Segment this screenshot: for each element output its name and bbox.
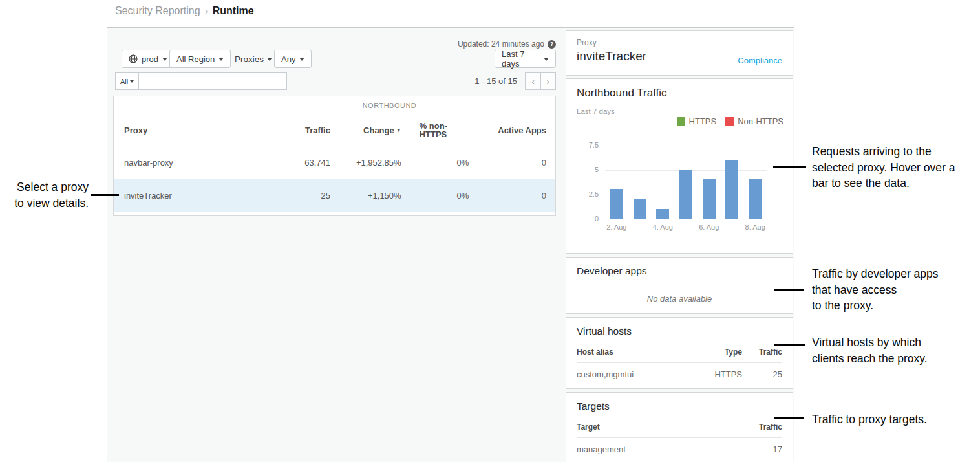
- legend-item-https: HTTPS: [677, 116, 717, 126]
- search-scope-label: All: [120, 78, 128, 85]
- x-tick-label: 8. Aug: [743, 223, 767, 231]
- cell-active-apps: 0: [478, 158, 555, 168]
- bar-4-aug[interactable]: [656, 209, 669, 219]
- cell-proxy-name: inviteTracker: [114, 191, 284, 201]
- bar-2-aug[interactable]: [610, 189, 623, 219]
- column-header-type: Type: [690, 347, 742, 357]
- compliance-link[interactable]: Compliance: [738, 56, 782, 65]
- legend-item-non-https: Non-HTTPS: [725, 116, 783, 126]
- legend-label-https: HTTPS: [689, 116, 717, 126]
- pagination-prev-button[interactable]: ‹: [525, 72, 540, 90]
- x-tick-label: 4. Aug: [651, 223, 674, 231]
- column-header-non-https-label: % non-HTTPS: [420, 122, 454, 138]
- column-header-traffic[interactable]: Traffic: [284, 126, 339, 135]
- environment-label: prod: [142, 54, 158, 64]
- northbound-traffic-card: Northbound Traffic Last 7 days HTTPS Non…: [566, 78, 793, 254]
- virtual-hosts-table: Host alias Type Traffic custom,mgmtui HT…: [577, 347, 782, 379]
- developer-apps-empty-message: No data available: [566, 294, 793, 303]
- annotation-targets: Traffic to proxy targets.: [812, 412, 927, 428]
- cell-target: management: [577, 445, 742, 454]
- bar-7-aug[interactable]: [725, 160, 738, 219]
- virtual-host-row[interactable]: custom,mgmtui HTTPS 25: [577, 363, 782, 379]
- legend-swatch-non-https: [725, 117, 734, 126]
- bar-3-aug[interactable]: [634, 199, 646, 219]
- cell-traffic: 63,741: [284, 158, 339, 168]
- targets-card: Targets Target Traffic management 17: [566, 392, 793, 462]
- updated-text: Updated: 24 minutes ago: [458, 39, 544, 49]
- cell-traffic: 25: [284, 191, 339, 201]
- breadcrumb-section[interactable]: Security Reporting: [115, 5, 200, 16]
- bar-8-aug[interactable]: [749, 179, 762, 219]
- breadcrumb: Security Reporting›Runtime: [115, 5, 254, 17]
- annotation-chart: Requests arriving to the selected proxy.…: [812, 144, 955, 192]
- date-range-dropdown[interactable]: Last 7 days: [495, 50, 556, 68]
- y-tick-label: 0: [573, 215, 599, 223]
- callout-line-select-proxy: [91, 194, 119, 196]
- chevron-down-icon: [162, 58, 167, 61]
- table-row-invitetracker-selected[interactable]: inviteTracker 25 +1,150% 0% 0: [114, 179, 555, 212]
- updated-status: Updated: 24 minutes ago ?: [401, 39, 556, 49]
- breadcrumb-separator-icon: ›: [205, 5, 208, 16]
- any-filter-dropdown[interactable]: Any: [274, 50, 312, 68]
- x-tick-label: [674, 223, 698, 231]
- cell-change: +1,150%: [339, 191, 410, 201]
- date-range-label: Last 7 days: [502, 49, 540, 69]
- cell-change: +1,952.85%: [339, 158, 410, 168]
- column-header-host-alias: Host alias: [577, 347, 690, 357]
- help-icon[interactable]: ?: [548, 40, 556, 49]
- proxy-detail-label: Proxy: [577, 38, 782, 47]
- chart-plot: [605, 146, 767, 219]
- column-header-traffic: Traffic: [742, 347, 782, 357]
- table-group-header-row: NORTHBOUND: [114, 96, 555, 115]
- legend-label-non-https: Non-HTTPS: [738, 116, 783, 126]
- virtual-hosts-header-row: Host alias Type Traffic: [577, 347, 782, 363]
- column-header-traffic: Traffic: [742, 423, 782, 432]
- x-tick-label: 6. Aug: [698, 223, 721, 231]
- column-header-target: Target: [577, 423, 742, 432]
- chart-x-labels: 2. Aug4. Aug6. Aug8. Aug: [605, 223, 767, 231]
- proxies-dropdown[interactable]: Proxies: [235, 50, 272, 68]
- table-header-row: Proxy Traffic Change▼ % non-HTTPS Active…: [114, 115, 555, 146]
- proxy-detail-header-card: Proxy inviteTracker Compliance: [566, 30, 793, 76]
- bar-5-aug[interactable]: [679, 170, 692, 219]
- cell-host-alias: custom,mgmtui: [577, 369, 690, 379]
- developer-apps-card: Developer apps No data available: [566, 257, 793, 314]
- targets-title: Targets: [577, 401, 610, 412]
- proxies-label: Proxies: [235, 54, 264, 64]
- annotation-select-proxy: Select a proxy to view details.: [0, 179, 89, 211]
- callout-line-developer-apps: [774, 289, 804, 291]
- column-header-proxy[interactable]: Proxy: [114, 126, 284, 135]
- targets-header-row: Target Traffic: [577, 423, 782, 438]
- x-tick-label: 2. Aug: [605, 223, 628, 231]
- pagination-range: 1 - 15 of 15: [414, 76, 517, 86]
- chevron-down-icon: [218, 58, 224, 61]
- target-row[interactable]: management 17: [577, 438, 782, 454]
- chevron-down-icon: [299, 58, 304, 61]
- developer-apps-title: Developer apps: [577, 265, 647, 277]
- column-header-non-https[interactable]: % non-HTTPS: [410, 122, 478, 139]
- chart-title: Northbound Traffic: [577, 87, 667, 100]
- search-scope-dropdown[interactable]: All: [115, 72, 139, 90]
- chart-subtitle: Last 7 days: [577, 107, 615, 115]
- region-label: All Region: [176, 54, 215, 64]
- region-dropdown[interactable]: All Region: [169, 50, 231, 68]
- bar-6-aug[interactable]: [703, 179, 716, 219]
- chevron-down-icon: [130, 80, 134, 83]
- sort-desc-icon: ▼: [396, 127, 401, 133]
- table-row-navbar-proxy[interactable]: navbar-proxy 63,741 +1,952.85% 0% 0: [114, 146, 555, 179]
- any-label: Any: [281, 54, 295, 64]
- annotation-virtual-hosts: Virtual hosts by which clients reach the…: [812, 335, 928, 366]
- chevron-down-icon: [267, 58, 272, 61]
- column-header-change[interactable]: Change▼: [339, 126, 410, 135]
- cell-type: HTTPS: [690, 369, 742, 379]
- environment-dropdown[interactable]: prod: [122, 50, 175, 68]
- x-tick-label: [628, 223, 652, 231]
- pagination-next-button[interactable]: ›: [540, 72, 556, 90]
- column-header-active-apps[interactable]: Active Apps: [478, 126, 555, 135]
- cell-active-apps: 0: [478, 191, 555, 201]
- search-input[interactable]: [138, 72, 287, 90]
- targets-table: Target Traffic management 17: [577, 423, 782, 454]
- viewport-divider-line: [794, 0, 794, 462]
- y-tick-label: 5: [573, 166, 599, 173]
- annotation-developer-apps: Traffic by developer apps that have acce…: [812, 266, 939, 314]
